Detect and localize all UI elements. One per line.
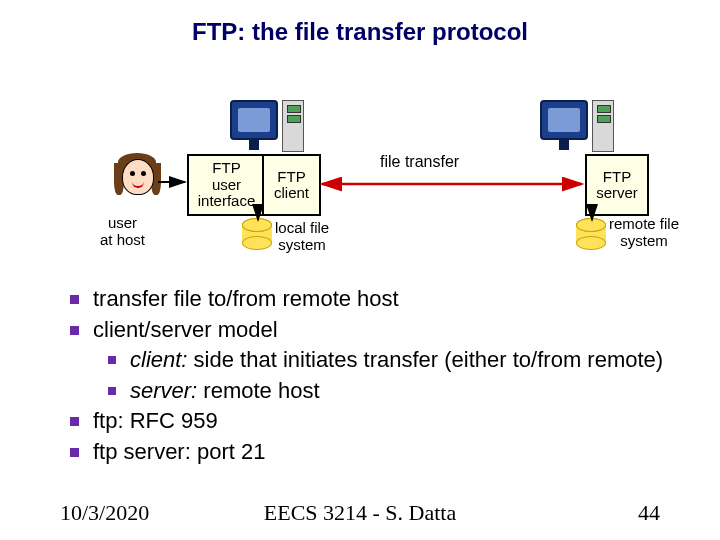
bullet-square-icon bbox=[70, 448, 79, 457]
bullet-text: ftp: RFC 959 bbox=[93, 407, 218, 436]
bullet-list: transfer file to/from remote host client… bbox=[70, 285, 680, 469]
bullet-rest: remote host bbox=[197, 378, 319, 403]
bullet-em: server: bbox=[130, 378, 197, 403]
bullet-text: client: side that initiates transfer (ei… bbox=[130, 346, 663, 375]
bullet-item: server: remote host bbox=[108, 377, 680, 406]
sub-bullet-list: client: side that initiates transfer (ei… bbox=[108, 346, 680, 405]
footer-center: EECS 3214 - S. Datta bbox=[0, 500, 720, 526]
bullet-item: ftp: RFC 959 bbox=[70, 407, 680, 436]
bullet-item: client: side that initiates transfer (ei… bbox=[108, 346, 680, 375]
bullet-item: transfer file to/from remote host bbox=[70, 285, 680, 314]
bullet-square-icon bbox=[108, 356, 116, 364]
footer-page-number: 44 bbox=[638, 500, 660, 526]
slide-title: FTP: the file transfer protocol bbox=[0, 18, 720, 46]
bullet-em: client: bbox=[130, 347, 187, 372]
bullet-square-icon bbox=[108, 387, 116, 395]
bullet-square-icon bbox=[70, 417, 79, 426]
ftp-diagram: FTP user interface FTP client FTP server… bbox=[0, 100, 720, 290]
bullet-item: ftp server: port 21 bbox=[70, 438, 680, 467]
bullet-square-icon bbox=[70, 295, 79, 304]
bullet-text: client/server model bbox=[93, 316, 278, 345]
bullet-item: client/server model bbox=[70, 316, 680, 345]
diagram-arrows bbox=[0, 100, 720, 290]
bullet-square-icon bbox=[70, 326, 79, 335]
bullet-text: server: remote host bbox=[130, 377, 320, 406]
bullet-text: transfer file to/from remote host bbox=[93, 285, 399, 314]
bullet-text: ftp server: port 21 bbox=[93, 438, 265, 467]
bullet-rest: side that initiates transfer (either to/… bbox=[187, 347, 663, 372]
